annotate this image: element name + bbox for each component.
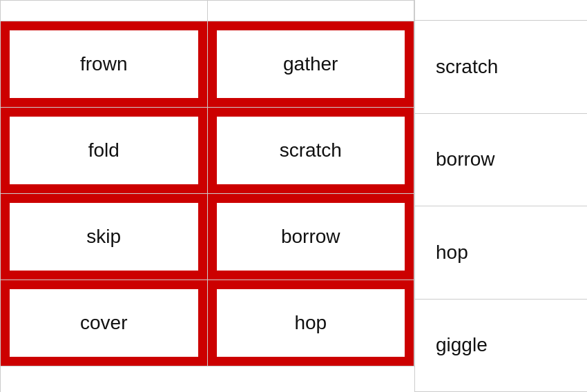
word-card-fold[interactable]: fold bbox=[8, 115, 200, 186]
grid-cell-right-3[interactable]: borrow bbox=[208, 194, 415, 280]
word-text: skip bbox=[86, 226, 121, 248]
word-text: borrow bbox=[281, 226, 340, 248]
grid-row: frown gather bbox=[1, 21, 414, 108]
word-text: scratch bbox=[280, 139, 342, 161]
word-text: frown bbox=[80, 53, 127, 75]
word-card-borrow[interactable]: borrow bbox=[215, 201, 407, 273]
word-text: gather bbox=[283, 53, 338, 75]
sidebar-item-3: hop bbox=[415, 206, 587, 300]
word-card-frown[interactable]: frown bbox=[8, 28, 200, 100]
word-card-hop[interactable]: hop bbox=[215, 287, 407, 359]
main-container: frown gather fold scratch bbox=[0, 0, 587, 392]
sidebar-top-spacer bbox=[415, 0, 587, 21]
grid-cell-left-2[interactable]: fold bbox=[1, 108, 208, 193]
sidebar-word-borrow: borrow bbox=[436, 148, 495, 170]
word-card-scratch[interactable]: scratch bbox=[215, 115, 407, 186]
grid-area: frown gather fold scratch bbox=[0, 0, 414, 392]
sidebar-word-hop: hop bbox=[436, 242, 468, 264]
sidebar-word-giggle: giggle bbox=[436, 334, 488, 356]
top-connector bbox=[1, 1, 414, 21]
word-card-cover[interactable]: cover bbox=[8, 287, 200, 359]
grid-cell-left-4[interactable]: cover bbox=[1, 280, 208, 366]
grid-cell-left-1[interactable]: frown bbox=[1, 21, 208, 107]
word-text: cover bbox=[80, 312, 127, 334]
sidebar-item-2: borrow bbox=[415, 114, 587, 207]
sidebar-item-1: scratch bbox=[415, 21, 587, 114]
grid-cell-right-1[interactable]: gather bbox=[208, 21, 415, 107]
grid-row: fold scratch bbox=[1, 108, 414, 194]
grid-cell-left-3[interactable]: skip bbox=[1, 194, 208, 280]
sidebar-item-4: giggle bbox=[415, 300, 587, 393]
grid-cell-right-2[interactable]: scratch bbox=[208, 108, 415, 193]
sidebar: scratch borrow hop giggle bbox=[414, 0, 587, 392]
word-text: fold bbox=[88, 139, 119, 161]
grid-cell-right-4[interactable]: hop bbox=[208, 280, 415, 366]
word-text: hop bbox=[294, 312, 327, 334]
word-card-skip[interactable]: skip bbox=[8, 201, 200, 273]
sidebar-word-scratch: scratch bbox=[436, 56, 498, 78]
word-card-gather[interactable]: gather bbox=[215, 28, 407, 100]
grid-row: cover hop bbox=[1, 280, 414, 366]
grid-row: skip borrow bbox=[1, 194, 414, 280]
